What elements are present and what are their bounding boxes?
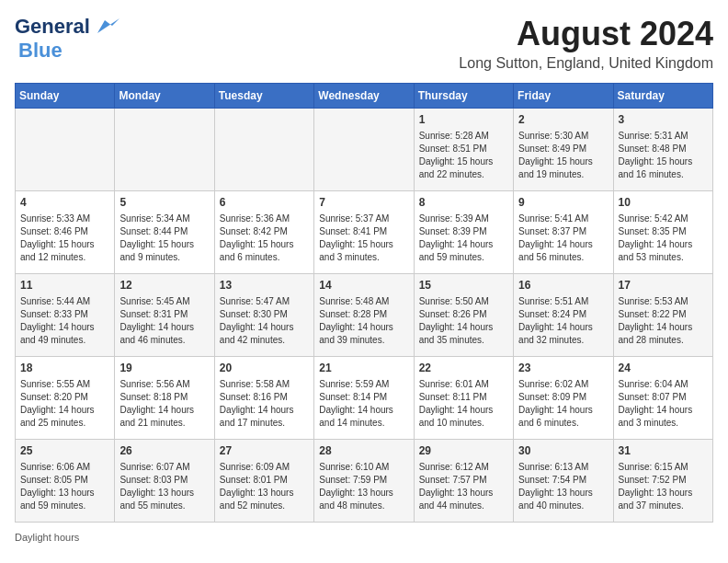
day-number: 16 [518,278,608,293]
day-number: 3 [619,112,708,128]
day-info: Sunrise: 5:44 AM Sunset: 8:33 PM Dayligh… [20,295,109,347]
day-number: 20 [220,361,309,376]
logo: General Blue [15,15,119,63]
day-info: Sunrise: 6:15 AM Sunset: 7:52 PM Dayligh… [619,461,708,512]
day-number: 29 [419,443,508,459]
logo-icon [90,17,119,37]
footer-note: Daylight hours [15,532,713,543]
day-cell: 4Sunrise: 5:33 AM Sunset: 8:46 PM Daylig… [16,191,115,274]
day-info: Sunrise: 6:09 AM Sunset: 8:01 PM Dayligh… [220,461,309,512]
logo-blue: Blue [18,39,63,62]
day-cell: 28Sunrise: 6:10 AM Sunset: 7:59 PM Dayli… [314,440,414,523]
day-cell: 11Sunrise: 5:44 AM Sunset: 8:33 PM Dayli… [16,274,115,357]
column-header-saturday: Saturday [613,84,712,109]
day-cell: 13Sunrise: 5:47 AM Sunset: 8:30 PM Dayli… [214,274,313,357]
day-info: Sunrise: 5:45 AM Sunset: 8:31 PM Dayligh… [119,295,209,347]
day-number: 26 [119,443,209,459]
day-cell: 30Sunrise: 6:13 AM Sunset: 7:54 PM Dayli… [514,440,613,523]
day-number: 2 [518,112,608,128]
day-cell: 7Sunrise: 5:37 AM Sunset: 8:41 PM Daylig… [314,191,414,274]
day-info: Sunrise: 5:59 AM Sunset: 8:14 PM Dayligh… [319,378,408,430]
day-info: Sunrise: 5:39 AM Sunset: 8:39 PM Dayligh… [419,213,508,264]
day-cell: 10Sunrise: 5:42 AM Sunset: 8:35 PM Dayli… [613,191,712,274]
day-cell [16,109,115,191]
day-info: Sunrise: 5:31 AM Sunset: 8:48 PM Dayligh… [619,130,708,181]
day-info: Sunrise: 5:56 AM Sunset: 8:18 PM Dayligh… [119,378,209,430]
day-number: 11 [20,278,109,293]
day-cell [214,109,313,191]
day-number: 5 [119,195,209,211]
day-cell: 3Sunrise: 5:31 AM Sunset: 8:48 PM Daylig… [613,109,712,191]
day-cell: 5Sunrise: 5:34 AM Sunset: 8:44 PM Daylig… [115,191,214,274]
day-number: 18 [20,361,109,376]
subtitle: Long Sutton, England, United Kingdom [459,55,713,72]
calendar-body: 1Sunrise: 5:28 AM Sunset: 8:51 PM Daylig… [16,109,713,523]
week-row-4: 18Sunrise: 5:55 AM Sunset: 8:20 PM Dayli… [16,357,713,440]
title-area: August 2024 Long Sutton, England, United… [459,15,713,72]
day-info: Sunrise: 5:42 AM Sunset: 8:35 PM Dayligh… [619,213,708,264]
day-cell: 27Sunrise: 6:09 AM Sunset: 8:01 PM Dayli… [214,440,313,523]
week-row-5: 25Sunrise: 6:06 AM Sunset: 8:05 PM Dayli… [16,440,713,523]
day-number: 1 [419,112,508,128]
calendar-table: SundayMondayTuesdayWednesdayThursdayFrid… [15,83,713,523]
day-info: Sunrise: 5:50 AM Sunset: 8:26 PM Dayligh… [419,295,508,347]
day-cell: 19Sunrise: 5:56 AM Sunset: 8:18 PM Dayli… [115,357,214,440]
day-cell: 21Sunrise: 5:59 AM Sunset: 8:14 PM Dayli… [314,357,414,440]
day-info: Sunrise: 5:51 AM Sunset: 8:24 PM Dayligh… [518,295,608,347]
day-number: 10 [619,195,708,211]
day-number: 4 [20,195,109,211]
day-info: Sunrise: 6:07 AM Sunset: 8:03 PM Dayligh… [119,461,209,512]
day-info: Sunrise: 5:30 AM Sunset: 8:49 PM Dayligh… [518,130,608,181]
day-cell: 18Sunrise: 5:55 AM Sunset: 8:20 PM Dayli… [16,357,115,440]
day-number: 19 [119,361,209,376]
day-number: 6 [220,195,309,211]
day-cell: 12Sunrise: 5:45 AM Sunset: 8:31 PM Dayli… [115,274,214,357]
day-cell: 6Sunrise: 5:36 AM Sunset: 8:42 PM Daylig… [214,191,313,274]
day-cell: 26Sunrise: 6:07 AM Sunset: 8:03 PM Dayli… [115,440,214,523]
day-number: 9 [518,195,608,211]
column-header-monday: Monday [115,84,214,109]
day-cell: 9Sunrise: 5:41 AM Sunset: 8:37 PM Daylig… [514,191,613,274]
day-number: 15 [419,278,508,293]
week-row-2: 4Sunrise: 5:33 AM Sunset: 8:46 PM Daylig… [16,191,713,274]
day-number: 23 [518,361,608,376]
week-row-3: 11Sunrise: 5:44 AM Sunset: 8:33 PM Dayli… [16,274,713,357]
day-cell: 23Sunrise: 6:02 AM Sunset: 8:09 PM Dayli… [514,357,613,440]
day-number: 31 [619,443,708,459]
day-cell: 20Sunrise: 5:58 AM Sunset: 8:16 PM Dayli… [214,357,313,440]
day-number: 13 [220,278,309,293]
day-cell: 29Sunrise: 6:12 AM Sunset: 7:57 PM Dayli… [414,440,513,523]
day-cell [314,109,414,191]
day-number: 17 [619,278,708,293]
day-cell: 31Sunrise: 6:15 AM Sunset: 7:52 PM Dayli… [613,440,712,523]
column-header-thursday: Thursday [414,84,513,109]
day-info: Sunrise: 5:58 AM Sunset: 8:16 PM Dayligh… [220,378,309,430]
logo-text: General Blue [15,15,119,63]
day-info: Sunrise: 5:53 AM Sunset: 8:22 PM Dayligh… [619,295,708,347]
week-row-1: 1Sunrise: 5:28 AM Sunset: 8:51 PM Daylig… [16,109,713,191]
day-number: 22 [419,361,508,376]
day-info: Sunrise: 5:28 AM Sunset: 8:51 PM Dayligh… [419,130,508,181]
day-info: Sunrise: 5:47 AM Sunset: 8:30 PM Dayligh… [220,295,309,347]
day-number: 27 [220,443,309,459]
day-cell: 14Sunrise: 5:48 AM Sunset: 8:28 PM Dayli… [314,274,414,357]
day-info: Sunrise: 5:55 AM Sunset: 8:20 PM Dayligh… [20,378,109,430]
day-number: 12 [119,278,209,293]
day-info: Sunrise: 5:37 AM Sunset: 8:41 PM Dayligh… [319,213,408,264]
day-cell: 17Sunrise: 5:53 AM Sunset: 8:22 PM Dayli… [613,274,712,357]
day-info: Sunrise: 5:48 AM Sunset: 8:28 PM Dayligh… [319,295,408,347]
day-cell [115,109,214,191]
day-number: 8 [419,195,508,211]
day-number: 25 [20,443,109,459]
header-row: SundayMondayTuesdayWednesdayThursdayFrid… [16,84,713,109]
day-number: 21 [319,361,408,376]
day-cell: 1Sunrise: 5:28 AM Sunset: 8:51 PM Daylig… [414,109,513,191]
day-number: 30 [518,443,608,459]
day-cell: 2Sunrise: 5:30 AM Sunset: 8:49 PM Daylig… [514,109,613,191]
day-info: Sunrise: 6:02 AM Sunset: 8:09 PM Dayligh… [518,378,608,430]
day-number: 28 [319,443,408,459]
column-header-sunday: Sunday [16,84,115,109]
day-cell: 15Sunrise: 5:50 AM Sunset: 8:26 PM Dayli… [414,274,513,357]
svg-marker-0 [97,18,119,33]
day-info: Sunrise: 6:01 AM Sunset: 8:11 PM Dayligh… [419,378,508,430]
